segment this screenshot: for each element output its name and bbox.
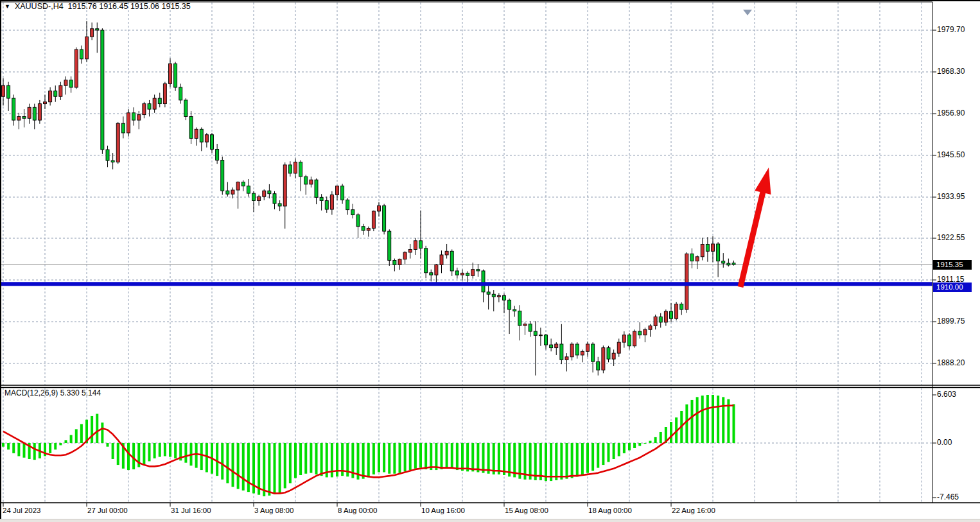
down-triangle-icon[interactable]: ▼ bbox=[4, 3, 10, 10]
time-axis-label: 8 Aug 00:00 bbox=[338, 507, 377, 515]
macd-indicator-label: MACD(12,26,9) 5.330 5.144 bbox=[4, 389, 101, 397]
price-axis-label: 1888.20 bbox=[937, 359, 965, 367]
price-axis-label: 1922.55 bbox=[937, 234, 965, 242]
current-price-badge: 1915.35 bbox=[933, 260, 972, 270]
support-level-badge: 1910.00 bbox=[933, 283, 972, 292]
macd-axis-label: -7.465 bbox=[937, 493, 959, 501]
price-axis-label: 1945.50 bbox=[937, 151, 965, 159]
symbol-ohlc-label: XAUUSD-,H4 1915.76 1916.45 1915.06 1915.… bbox=[15, 2, 191, 11]
time-axis-label: 10 Aug 16:00 bbox=[421, 507, 465, 515]
time-axis-label: 24 Jul 2023 bbox=[3, 507, 40, 515]
price-axis-label: 1899.75 bbox=[937, 317, 965, 326]
trading-chart-window: ▼ XAUUSD-,H4 1915.76 1916.45 1915.06 191… bbox=[0, 0, 980, 522]
time-axis-label: 27 Jul 00:00 bbox=[87, 507, 128, 515]
time-axis-label: 3 Aug 08:00 bbox=[254, 507, 293, 515]
price-axis-label: 1968.30 bbox=[937, 67, 965, 76]
chart-canvas[interactable] bbox=[0, 0, 980, 522]
time-axis-label: 31 Jul 16:00 bbox=[171, 507, 211, 515]
chart-shift-icon[interactable] bbox=[743, 10, 752, 15]
price-axis-label: 1933.95 bbox=[937, 193, 965, 201]
price-axis-label: 1979.70 bbox=[937, 26, 965, 34]
time-axis-label: 22 Aug 16:00 bbox=[672, 507, 715, 515]
time-axis-label: 15 Aug 08:00 bbox=[505, 507, 548, 515]
time-axis-label: 18 Aug 00:00 bbox=[588, 507, 632, 515]
window-bottom-edge bbox=[0, 519, 980, 522]
macd-axis-label: 0.00 bbox=[937, 439, 952, 447]
chart-title: ▼ XAUUSD-,H4 1915.76 1916.45 1915.06 191… bbox=[4, 2, 191, 11]
macd-axis-label: 6.603 bbox=[937, 390, 956, 399]
price-axis-label: 1956.90 bbox=[937, 109, 965, 117]
